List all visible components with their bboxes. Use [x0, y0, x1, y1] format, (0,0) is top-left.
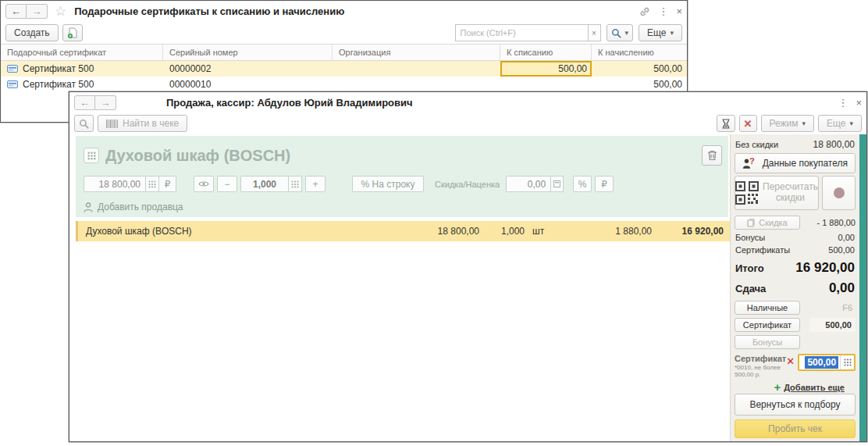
current-product-panel: Духовой шкаф (BOSCH) 18 800,00 ₽: [76, 136, 728, 217]
menu-dots-icon[interactable]: ⋮: [838, 98, 848, 108]
chevron-down-icon: ▾: [670, 29, 674, 37]
menu-dots-icon[interactable]: ⋮: [658, 6, 668, 16]
close-icon[interactable]: ×: [856, 98, 862, 108]
forward-button[interactable]: →: [95, 95, 116, 110]
quantity-plus-button[interactable]: +: [305, 176, 326, 192]
question-mark-icon: ?: [749, 156, 755, 166]
add-more-link[interactable]: Добавить еще: [784, 383, 845, 392]
link-icon[interactable]: [639, 6, 650, 17]
find-in-receipt-button[interactable]: Найти в чеке: [98, 115, 187, 132]
add-seller-link[interactable]: Добавить продавца: [98, 202, 183, 212]
product-name: Духовой шкаф (BOSCH): [105, 147, 702, 165]
submit-receipt-button[interactable]: Пробить чек: [735, 419, 856, 438]
chevron-down-icon: ▾: [802, 120, 806, 127]
price-input[interactable]: 18 800,00: [84, 176, 146, 192]
chevron-down-icon: ▾: [849, 120, 853, 127]
receipt-list: Духовой шкаф (BOSCH) 18 800,00 1,000 шт …: [69, 217, 730, 441]
close-icon[interactable]: ×: [676, 6, 682, 16]
status-indicator-button[interactable]: [822, 176, 856, 210]
sale-window: ← → Продажа, кассир: Абдулов Юрий Владим…: [69, 91, 867, 442]
column-header[interactable]: К начислению: [592, 45, 687, 60]
person-icon: [84, 202, 93, 212]
cash-button[interactable]: Наличные: [735, 301, 800, 315]
table-row[interactable]: Сертификат 500 00000010 500,00: [1, 77, 687, 92]
hourglass-button[interactable]: [717, 115, 735, 132]
return-to-selection-button[interactable]: Вернуться к подбору: [735, 394, 856, 416]
applied-certificate-label: Сертификат: [735, 354, 786, 363]
payment-panel: Без скидки 18 800,00 ? Данные покупателя…: [730, 134, 859, 441]
window-title: Продажа, кассир: Абдулов Юрий Владимиров…: [166, 97, 413, 109]
forward-button[interactable]: →: [27, 4, 48, 19]
bonuses-label: Бонусы: [735, 233, 765, 242]
recalculate-discounts-button[interactable]: Пересчитатьскидки: [735, 176, 819, 210]
search-input[interactable]: [455, 24, 588, 41]
total-label: Итого: [735, 262, 764, 274]
selected-cell[interactable]: 500,00: [500, 61, 592, 77]
eye-button[interactable]: [194, 176, 214, 192]
receipt-row-selected[interactable]: Духовой шкаф (BOSCH) 18 800,00 1,000 шт …: [76, 221, 730, 241]
bonuses-button[interactable]: Бонусы: [735, 335, 800, 349]
line-discount-calendar-icon[interactable]: [551, 176, 564, 192]
search-clear-icon[interactable]: ×: [588, 24, 601, 41]
more-button[interactable]: Еще▾: [818, 115, 862, 132]
certificates-toolbar: Создать × ▾ Еще▾: [1, 22, 687, 44]
trash-icon: [707, 150, 717, 161]
cancel-button[interactable]: ✕: [739, 115, 757, 132]
column-header[interactable]: К списанию: [500, 45, 592, 60]
mode-button[interactable]: Режим▾: [761, 115, 815, 132]
certificate-amount: 500,00: [809, 318, 856, 332]
remove-certificate-icon[interactable]: ✕: [786, 355, 795, 367]
table-row[interactable]: Сертификат 500 00000002 500,00 500,00: [1, 61, 687, 77]
applied-certificate-note: *0010, не более 500,00 р.: [735, 364, 786, 378]
barcode-icon: [106, 120, 118, 128]
certificate-card-icon: [7, 80, 18, 88]
product-grid-button[interactable]: [84, 148, 99, 163]
back-button[interactable]: ←: [74, 95, 95, 110]
certificate-amount-input[interactable]: 500,00: [798, 354, 856, 371]
column-header[interactable]: Подарочный сертификат: [1, 45, 163, 60]
line-discount-input[interactable]: 0,00: [506, 176, 551, 192]
price-keypad-icon[interactable]: [146, 176, 159, 192]
column-header[interactable]: Организация: [333, 45, 500, 60]
panel-accent-strip: [859, 134, 866, 441]
copy-document-button[interactable]: [62, 24, 83, 41]
status-dot-icon: [834, 187, 845, 198]
column-header[interactable]: Серийный номер: [163, 45, 333, 60]
back-button[interactable]: ←: [5, 4, 27, 19]
percent-per-line-button[interactable]: % На строку: [352, 176, 424, 192]
hourglass-icon: [721, 119, 731, 129]
more-button[interactable]: Еще▾: [639, 24, 682, 41]
customer-data-button[interactable]: ? Данные покупателя: [735, 153, 856, 173]
customer-icon: ?: [742, 159, 758, 169]
change-value: 0,00: [829, 280, 855, 296]
discount-markup-label: Скидка/Наценка: [435, 180, 500, 189]
receipt-area: Духовой шкаф (BOSCH) 18 800,00 ₽: [69, 134, 730, 441]
delete-line-button[interactable]: [702, 145, 722, 166]
quantity-keypad-icon[interactable]: [289, 176, 302, 192]
search-icon: [611, 28, 621, 38]
copy-document-icon: [67, 27, 78, 39]
search-options-button[interactable]: ▾: [607, 24, 634, 41]
quantity-minus-button[interactable]: −: [217, 176, 237, 192]
quantity-input[interactable]: 1,000: [240, 176, 289, 192]
discount-percent-button[interactable]: %: [573, 176, 592, 192]
search-icon: [79, 119, 89, 129]
discount-value: - 1 880,00: [816, 218, 856, 227]
qr-code-icon: [735, 181, 759, 205]
price-currency-button[interactable]: ₽: [159, 176, 176, 192]
certificate-button[interactable]: Сертификат: [735, 318, 800, 332]
create-button[interactable]: Создать: [5, 24, 59, 41]
certificates-titlebar: ← → ☆ Подарочные сертификаты к списанию …: [1, 1, 687, 22]
bonuses-value: 0,00: [838, 233, 855, 242]
change-label: Сдача: [735, 283, 766, 294]
keypad-icon[interactable]: [840, 355, 854, 369]
plus-icon: +: [774, 381, 781, 393]
red-x-icon: ✕: [744, 118, 752, 130]
certificate-card-icon: [7, 65, 18, 73]
search-button[interactable]: [74, 115, 94, 132]
discount-button[interactable]: Скидка: [735, 216, 800, 230]
favorite-star-icon[interactable]: ☆: [55, 3, 66, 20]
discount-currency-button[interactable]: ₽: [595, 176, 614, 192]
certificates-value: 500,00: [828, 245, 855, 255]
no-discount-value: 18 800,00: [813, 139, 855, 150]
